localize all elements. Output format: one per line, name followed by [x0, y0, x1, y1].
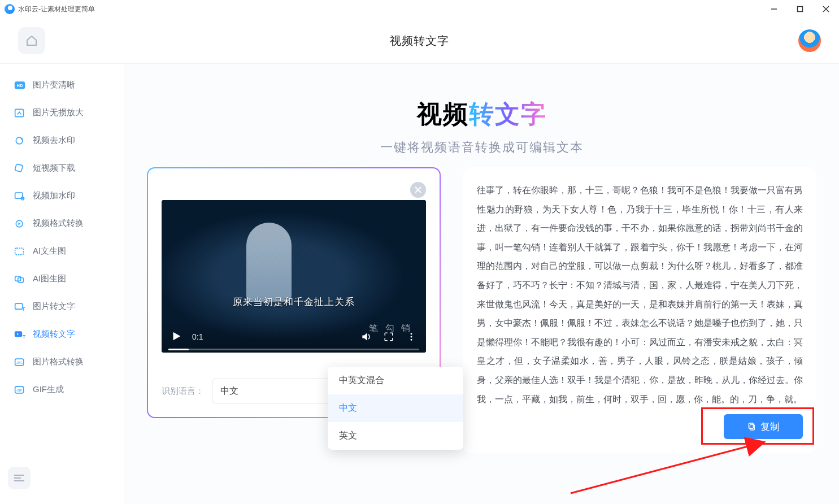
- svg-rect-9: [15, 164, 23, 172]
- app-logo: [5, 4, 15, 14]
- svg-text:T: T: [23, 333, 25, 339]
- sidebar-item-label: 图片变清晰: [33, 80, 75, 90]
- convert-icon: [14, 219, 26, 229]
- svg-marker-32: [173, 332, 181, 341]
- copy-button[interactable]: 复制: [724, 414, 803, 439]
- svg-rect-18: [15, 303, 23, 309]
- video-subtitle-1: 原来当初是和千金扯上关系: [162, 296, 426, 309]
- svg-point-35: [411, 339, 412, 341]
- video-time: 0:1: [192, 332, 203, 341]
- avatar[interactable]: [798, 29, 821, 52]
- collapse-sidebar-button[interactable]: [8, 467, 31, 489]
- svg-rect-36: [749, 423, 753, 428]
- sidebar-item-video-watermark[interactable]: +视频加水印: [6, 184, 119, 208]
- video-controls: 0:1: [162, 321, 426, 353]
- sidebar-item-image-enhance[interactable]: HD图片变清晰: [6, 73, 119, 97]
- svg-text:+: +: [21, 197, 24, 200]
- sidebar-item-shortvideo-download[interactable]: 短视频下载: [6, 156, 119, 180]
- sidebar-item-image-convert[interactable]: JPG图片格式转换: [6, 350, 119, 374]
- sidebar-item-video2text[interactable]: T视频转文字: [6, 322, 119, 346]
- sidebar-item-label: AI图生图: [33, 273, 66, 284]
- video-figure: [246, 223, 292, 302]
- fullscreen-button[interactable]: [382, 332, 395, 342]
- video-preview[interactable]: 原来当初是和千金扯上关系 笔 勾 销 0:1: [162, 200, 426, 353]
- hero-title-part2: 转文字: [469, 100, 547, 128]
- clear-video-button[interactable]: [410, 182, 426, 198]
- upscale-icon: [14, 108, 26, 118]
- language-option-chinese[interactable]: 中文: [328, 394, 463, 422]
- sidebar-item-image-upscale[interactable]: 图片无损放大: [6, 101, 119, 125]
- sidebar-item-label: AI文生图: [33, 246, 66, 257]
- sidebar-item-gif[interactable]: GIFGIF生成: [6, 377, 119, 402]
- sidebar-item-label: GIF生成: [33, 384, 64, 395]
- svg-point-34: [411, 336, 412, 338]
- download-icon: [14, 163, 26, 173]
- language-dropdown: 中英文混合 中文 英文: [328, 367, 463, 450]
- menu-icon: [14, 474, 24, 482]
- hero-title: 视频转文字: [147, 98, 816, 131]
- titlebar: 水印云-让素材处理更简单: [0, 0, 839, 18]
- video-progress[interactable]: [168, 349, 419, 350]
- ocr-icon: [14, 246, 26, 257]
- fullscreen-icon: [384, 332, 394, 342]
- language-option-mixed[interactable]: 中英文混合: [328, 367, 463, 394]
- img2img-icon: [14, 274, 26, 284]
- page-title: 视频转文字: [390, 33, 449, 49]
- watermark-add-icon: +: [14, 191, 26, 201]
- more-button[interactable]: [405, 332, 418, 342]
- sidebar-item-ai-text2img[interactable]: AI文生图: [6, 239, 119, 263]
- hero-title-part1: 视频: [417, 100, 469, 128]
- svg-rect-6: [15, 109, 24, 116]
- language-selected-value: 中文: [220, 385, 238, 397]
- sidebar-item-video-convert[interactable]: 视频格式转换: [6, 211, 119, 236]
- more-icon: [406, 332, 416, 342]
- home-icon: [25, 34, 38, 47]
- play-button[interactable]: [169, 330, 183, 344]
- hd-icon: HD: [14, 80, 26, 90]
- main-content: 视频转文字 一键将视频语音转换成可编辑文本 原来当初是和千金扯上关系 笔 勾 销: [124, 64, 839, 504]
- sidebar-item-label: 视频去水印: [33, 135, 75, 146]
- language-select[interactable]: 中文 ⌄: [212, 379, 342, 403]
- svg-text:GIF: GIF: [16, 389, 22, 392]
- jpg-icon: JPG: [14, 357, 26, 367]
- hero: 视频转文字 一键将视频语音转换成可编辑文本: [147, 75, 816, 167]
- erase-icon: [14, 136, 26, 146]
- hero-subtitle: 一键将视频语音转换成可编辑文本: [147, 139, 816, 156]
- svg-rect-15: [15, 248, 24, 255]
- svg-text:HD: HD: [17, 83, 23, 88]
- svg-point-8: [21, 138, 23, 140]
- close-button[interactable]: [813, 0, 839, 18]
- transcript-text[interactable]: 往事了，转在你眼眸，那，十三，哥呢？色狼！我可不是色狼！我要做一只富有男性魅力的…: [477, 181, 803, 409]
- language-option-english[interactable]: 英文: [328, 422, 463, 450]
- header: 视频转文字: [0, 18, 839, 63]
- copy-icon: [747, 422, 756, 431]
- svg-rect-1: [798, 7, 803, 12]
- app-title: 水印云-让素材处理更简单: [18, 5, 95, 14]
- sidebar-item-label: 图片格式转换: [33, 357, 84, 367]
- sidebar-item-video-dewatermark[interactable]: 视频去水印: [6, 128, 119, 153]
- home-button[interactable]: [18, 27, 45, 54]
- volume-button[interactable]: [359, 331, 373, 342]
- sidebar-item-ai-img2img[interactable]: AI图生图: [6, 267, 119, 291]
- maximize-button[interactable]: [787, 0, 813, 18]
- close-icon: [415, 186, 421, 193]
- svg-rect-37: [750, 425, 754, 430]
- sidebar-item-label: 短视频下载: [33, 163, 75, 173]
- sidebar-item-label: 图片无损放大: [33, 107, 84, 118]
- svg-point-33: [411, 333, 412, 334]
- volume-icon: [360, 331, 372, 342]
- language-label: 识别语言：: [162, 386, 204, 397]
- sidebar-item-label: 视频转文字: [33, 329, 75, 340]
- svg-text:T: T: [22, 306, 25, 311]
- video-text-icon: T: [14, 329, 26, 340]
- minimize-button[interactable]: [761, 0, 787, 18]
- image-text-icon: T: [14, 302, 26, 312]
- play-icon: [170, 330, 182, 342]
- svg-text:JPG: JPG: [16, 361, 23, 364]
- sidebar-item-label: 视频加水印: [33, 190, 75, 201]
- svg-marker-14: [19, 222, 21, 225]
- sidebar-item-image2text[interactable]: T图片转文字: [6, 294, 119, 319]
- sidebar-item-label: 图片转文字: [33, 301, 75, 312]
- gif-icon: GIF: [14, 385, 26, 395]
- sidebar: HD图片变清晰 图片无损放大 视频去水印 短视频下载 +视频加水印 视频格式转换…: [0, 64, 124, 504]
